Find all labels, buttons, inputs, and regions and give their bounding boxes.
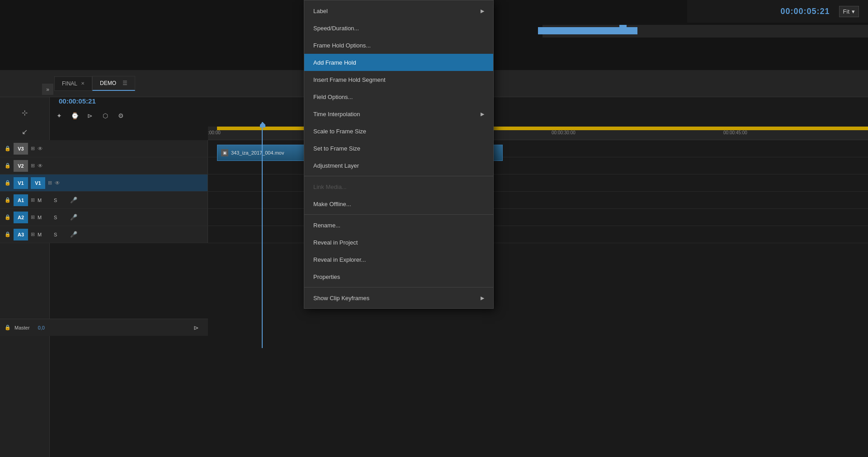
tool-ripple[interactable]: ↙ — [16, 122, 34, 141]
menu-adjustment-layer-text: Adjustment Layer — [313, 162, 359, 169]
v2-eye-icon[interactable]: 👁 — [38, 163, 43, 169]
v2-lock-icon[interactable]: 🔒 — [5, 163, 11, 169]
a1-sync-icon[interactable]: ⊞ — [31, 197, 35, 203]
timeline-tool-5[interactable]: ⚙ — [116, 111, 126, 121]
left-sidebar: ▶ ⊹ ↙ ◈ ↔ ✏ ✋ T — [0, 70, 50, 457]
tab-final-close[interactable]: ✕ — [81, 81, 85, 86]
menu-label-text: Label — [313, 8, 328, 14]
playhead[interactable] — [260, 122, 265, 127]
timeline-tool-4[interactable]: ⬡ — [100, 111, 110, 121]
menu-reveal-project-text: Reveal in Project — [313, 239, 358, 246]
menu-scale-to-frame-text: Scale to Frame Size — [313, 128, 366, 135]
v1-lock-icon[interactable]: 🔒 — [5, 180, 11, 186]
menu-divider-2 — [304, 214, 493, 215]
v1-track-box[interactable]: V1 — [31, 177, 45, 189]
tab-demo[interactable]: DEMO ☰ — [92, 76, 135, 91]
timeline-timecode: 00:00:05:21 — [59, 97, 96, 105]
menu-divider-3 — [304, 287, 493, 287]
a2-m-btn[interactable]: M — [38, 215, 51, 220]
timeline-toolbar: ✦ ⌚ ⊳ ⬡ ⚙ — [54, 111, 126, 121]
master-lock-icon[interactable]: 🔒 — [5, 325, 11, 330]
menu-item-reveal-explorer[interactable]: Reveal in Explorer... — [304, 251, 493, 268]
menu-item-frame-hold-options[interactable]: Frame Hold Options... — [304, 37, 493, 54]
playhead-line — [262, 122, 263, 348]
menu-item-set-to-frame[interactable]: Set to Frame Size — [304, 140, 493, 157]
a1-track-box[interactable]: A1 — [14, 194, 28, 206]
a3-lock-icon[interactable]: 🔒 — [5, 231, 11, 237]
timeline-tool-1[interactable]: ✦ — [54, 111, 64, 121]
menu-insert-frame-hold-text: Insert Frame Hold Segment — [313, 76, 386, 83]
master-nav-icon[interactable]: ⊳ — [193, 324, 199, 331]
menu-speed-text: Speed/Duration... — [313, 25, 359, 32]
menu-make-offline-text: Make Offline... — [313, 201, 351, 207]
v3-eye-icon[interactable]: 👁 — [38, 146, 43, 152]
a2-s-btn[interactable]: S — [54, 215, 67, 220]
menu-item-reveal-project[interactable]: Reveal in Project — [304, 234, 493, 251]
a2-sync-icon[interactable]: ⊞ — [31, 214, 35, 220]
menu-time-interpolation-arrow: ▶ — [481, 111, 484, 117]
main-timecode: 00:00:05:21 — [780, 7, 830, 16]
ruler-mark-4: 00:00:45:00 — [723, 130, 747, 135]
tab-final-label: FINAL — [62, 80, 77, 87]
menu-item-field-options[interactable]: Field Options... — [304, 88, 493, 105]
top-bar: 00:00:05:21 Fit ▾ — [687, 0, 868, 23]
v1-source-box[interactable]: V1 — [14, 177, 28, 189]
a1-lock-icon[interactable]: 🔒 — [5, 197, 11, 203]
menu-divider-1 — [304, 176, 493, 176]
menu-item-properties[interactable]: Properties — [304, 268, 493, 285]
v1-eye-icon[interactable]: 👁 — [55, 180, 60, 186]
menu-item-rename[interactable]: Rename... — [304, 217, 493, 234]
menu-item-add-frame-hold[interactable]: Add Frame Hold — [304, 54, 493, 71]
v1-sync-icon[interactable]: ⊞ — [48, 180, 52, 186]
a3-track-box[interactable]: A3 — [14, 229, 28, 240]
a2-lock-icon[interactable]: 🔒 — [5, 214, 11, 220]
menu-item-link-media: Link Media... — [304, 178, 493, 195]
menu-item-show-keyframes[interactable]: Show Clip Keyframes ▶ — [304, 289, 493, 306]
master-row: 🔒 Master 0,0 ⊳ — [0, 319, 208, 336]
menu-item-make-offline[interactable]: Make Offline... — [304, 195, 493, 212]
menu-link-media-text: Link Media... — [313, 184, 347, 190]
tab-final[interactable]: FINAL ✕ — [54, 76, 92, 91]
menu-properties-text: Properties — [313, 273, 340, 280]
a3-mic-icon[interactable]: 🎤 — [70, 231, 77, 238]
menu-item-adjustment-layer[interactable]: Adjustment Layer — [304, 157, 493, 174]
side-expand-button[interactable]: » — [42, 84, 53, 95]
timeline-tool-2[interactable]: ⌚ — [70, 111, 80, 121]
a1-s-btn[interactable]: S — [54, 198, 67, 203]
tab-demo-label: DEMO — [100, 80, 116, 86]
clip-name: 343_iza_2017_004.mov — [231, 150, 284, 155]
track-a3-controls: 🔒 A3 ⊞ M S 🎤 — [0, 226, 208, 243]
menu-item-label[interactable]: Label ▶ — [304, 2, 493, 19]
menu-frame-hold-options-text: Frame Hold Options... — [313, 42, 371, 49]
menu-item-insert-frame-hold[interactable]: Insert Frame Hold Segment — [304, 71, 493, 88]
a1-m-btn[interactable]: M — [38, 198, 51, 203]
v3-lock-icon[interactable]: 🔒 — [5, 146, 11, 151]
tab-demo-menu-icon[interactable]: ☰ — [123, 80, 127, 86]
a2-mic-icon[interactable]: 🎤 — [70, 214, 77, 221]
menu-item-scale-to-frame[interactable]: Scale to Frame Size — [304, 122, 493, 140]
v2-sync-icon[interactable]: ⊞ — [31, 163, 35, 169]
context-menu: Label ▶ Speed/Duration... Frame Hold Opt… — [304, 0, 494, 309]
tool-track-select[interactable]: ⊹ — [16, 104, 34, 122]
fit-dropdown[interactable]: Fit ▾ — [839, 6, 859, 17]
double-chevron-icon: » — [46, 86, 49, 93]
a1-mic-icon[interactable]: 🎤 — [70, 197, 77, 203]
menu-item-time-interpolation[interactable]: Time Interpolation ▶ — [304, 105, 493, 122]
menu-item-speed-duration[interactable]: Speed/Duration... — [304, 19, 493, 37]
clip-icon: ▣ — [221, 149, 228, 156]
v3-track-box[interactable]: V3 — [14, 143, 28, 155]
timeline-tool-3[interactable]: ⊳ — [85, 111, 95, 121]
v2-track-box[interactable]: V2 — [14, 160, 28, 172]
v3-sync-icon[interactable]: ⊞ — [31, 146, 35, 151]
fit-label: Fit — [843, 8, 849, 15]
a2-track-box[interactable]: A2 — [14, 212, 28, 223]
menu-reveal-explorer-text: Reveal in Explorer... — [313, 256, 366, 263]
a3-s-btn[interactable]: S — [54, 232, 67, 237]
ruler-mark-1: :00:00 — [208, 130, 221, 135]
master-value: 0,0 — [38, 325, 45, 330]
menu-time-interpolation-text: Time Interpolation — [313, 111, 360, 118]
a3-m-btn[interactable]: M — [38, 232, 51, 237]
ruler-mark-3: 00:00:30:00 — [552, 130, 576, 135]
menu-add-frame-hold-text: Add Frame Hold — [313, 59, 356, 66]
a3-sync-icon[interactable]: ⊞ — [31, 231, 35, 237]
